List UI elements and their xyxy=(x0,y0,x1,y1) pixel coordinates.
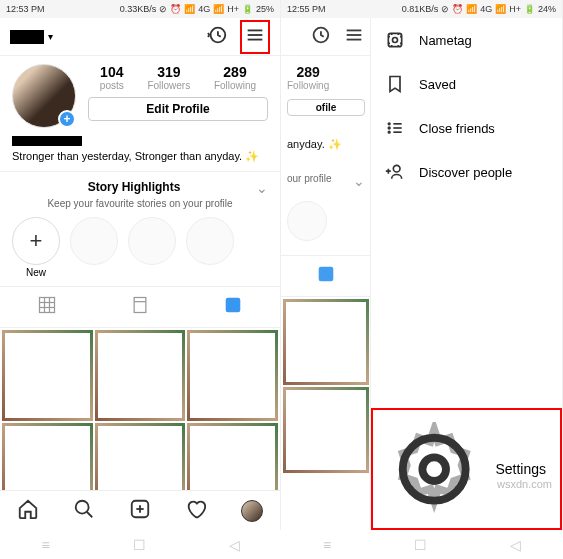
android-nav-bar: ≡ ☐ ◁ ≡ ☐ ◁ xyxy=(0,531,563,559)
svg-point-25 xyxy=(393,38,398,43)
drawer-close-friends[interactable]: Close friends xyxy=(371,106,562,150)
edit-profile-partial: ofile xyxy=(287,99,365,116)
drawer-settings[interactable]: Settings xyxy=(371,408,562,530)
highlights-title: Story Highlights xyxy=(12,180,256,196)
bottom-nav xyxy=(0,490,280,530)
android-back-icon[interactable]: ◁ xyxy=(229,537,240,553)
edit-profile-button[interactable]: Edit Profile xyxy=(88,97,268,121)
activity-history-icon[interactable] xyxy=(206,24,228,50)
drawer-nametag[interactable]: Nametag xyxy=(371,18,562,62)
phone-drawer-screen: 12:55 PM 0.81KB/s ⊘ ⏰ 📶 4G 📶 H+ 🔋 24% xyxy=(281,0,563,530)
svg-point-28 xyxy=(388,131,390,133)
highlight-placeholder xyxy=(186,217,234,265)
nav-search-icon[interactable] xyxy=(73,498,95,524)
svg-point-13 xyxy=(76,500,89,513)
android-home-icon[interactable]: ☐ xyxy=(414,537,427,553)
svg-line-14 xyxy=(87,511,93,517)
new-highlight-button[interactable]: + xyxy=(12,217,60,265)
highlight-placeholder xyxy=(70,217,118,265)
stat-posts[interactable]: 104posts xyxy=(100,64,124,91)
stat-following[interactable]: 289Following xyxy=(214,64,256,91)
nav-add-icon[interactable] xyxy=(129,498,151,524)
post-thumbnail[interactable] xyxy=(95,330,186,421)
svg-point-33 xyxy=(422,457,446,481)
android-back-icon[interactable]: ◁ xyxy=(510,537,521,553)
phone-profile-screen: 12:53 PM 0.33KB/s ⊘ ⏰ 📶 4G 📶 H+ 🔋 25% ▾ xyxy=(0,0,281,530)
post-thumbnail[interactable] xyxy=(2,330,93,421)
android-recent-icon[interactable]: ≡ xyxy=(42,537,50,553)
android-recent-icon[interactable]: ≡ xyxy=(323,537,331,553)
status-time: 12:55 PM xyxy=(287,4,326,14)
status-bar: 12:53 PM 0.33KB/s ⊘ ⏰ 📶 4G 📶 H+ 🔋 25% xyxy=(0,0,280,18)
nav-home-icon[interactable] xyxy=(17,498,39,524)
tab-grid[interactable] xyxy=(0,287,93,327)
watermark: wsxdn.com xyxy=(497,478,552,490)
posts-grid xyxy=(0,328,280,515)
stat-followers[interactable]: 319Followers xyxy=(147,64,190,91)
post-thumbnail[interactable] xyxy=(187,330,278,421)
background-profile-peek: 289Following ofile anyday. ✨ our profile… xyxy=(281,18,371,490)
drawer-saved[interactable]: Saved xyxy=(371,62,562,106)
profile-avatar[interactable]: + xyxy=(12,64,76,128)
svg-point-26 xyxy=(388,123,390,125)
status-right: 0.33KB/s ⊘ ⏰ 📶 4G 📶 H+ 🔋 25% xyxy=(120,4,274,14)
status-time: 12:53 PM xyxy=(6,4,45,14)
hamburger-menu-icon[interactable] xyxy=(240,20,270,54)
add-story-badge[interactable]: + xyxy=(58,110,76,128)
svg-rect-24 xyxy=(388,33,401,46)
chevron-down-icon[interactable]: ⌄ xyxy=(256,180,268,196)
svg-point-27 xyxy=(388,127,390,129)
username-dropdown[interactable]: ▾ xyxy=(10,30,53,44)
drawer-discover-people[interactable]: Discover people xyxy=(371,150,562,194)
activity-history-icon xyxy=(309,24,331,50)
tab-tagged[interactable] xyxy=(187,287,280,327)
gear-icon xyxy=(387,422,481,516)
status-right: 0.81KB/s ⊘ ⏰ 📶 4G 📶 H+ 🔋 24% xyxy=(402,4,556,14)
username-redacted xyxy=(10,30,44,44)
nav-activity-icon[interactable] xyxy=(185,498,207,524)
svg-point-32 xyxy=(393,165,400,172)
tab-tagged xyxy=(281,256,371,296)
side-drawer: Nametag Saved Close friends Discover peo… xyxy=(370,18,562,530)
profile-header: ▾ xyxy=(0,18,280,56)
svg-point-12 xyxy=(232,302,235,305)
highlight-placeholder xyxy=(128,217,176,265)
nav-profile-icon[interactable] xyxy=(241,500,263,522)
svg-rect-4 xyxy=(39,298,54,313)
profile-bio: Stronger than yesterday, Stronger than a… xyxy=(0,136,280,171)
svg-rect-9 xyxy=(134,298,146,313)
status-bar: 12:55 PM 0.81KB/s ⊘ ⏰ 📶 4G 📶 H+ 🔋 24% xyxy=(281,0,562,18)
chevron-down-icon: ▾ xyxy=(48,31,53,42)
hamburger-menu-icon xyxy=(343,24,365,50)
highlights-subtitle: Keep your favourite stories on your prof… xyxy=(0,198,280,217)
android-home-icon[interactable]: ☐ xyxy=(133,537,146,553)
tab-feed[interactable] xyxy=(93,287,186,327)
svg-point-23 xyxy=(324,271,327,274)
